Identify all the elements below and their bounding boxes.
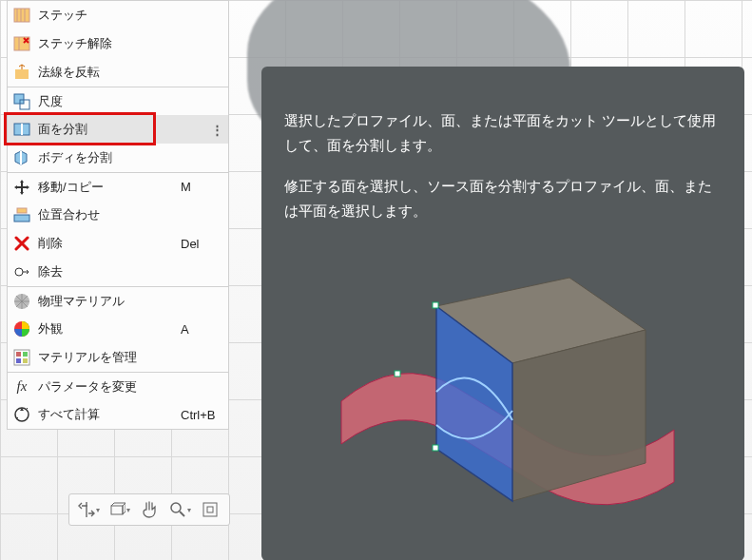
stitch-icon	[13, 7, 30, 24]
menu-item-8[interactable]: 削除Del	[8, 229, 228, 258]
menu-item-6[interactable]: 移動/コピーM	[8, 172, 228, 201]
fx-icon: fx	[13, 378, 30, 396]
menu-item-shortcut: A	[181, 322, 222, 337]
svg-rect-6	[15, 69, 29, 79]
scale-icon	[13, 93, 30, 110]
svg-line-26	[180, 512, 184, 516]
modify-menu: ステッチステッチ解除法線を反転尺度面を分割⋮ボディを分割移動/コピーM位置合わせ…	[7, 0, 229, 430]
menu-item-13[interactable]: fxパラメータを変更	[8, 372, 228, 400]
tooltip-text-1: 選択したプロファイル、面、または平面をカット ツールとして使用して、面を分割しま…	[284, 108, 722, 157]
split-body-icon	[13, 149, 30, 166]
menu-item-9[interactable]: 除去	[8, 258, 228, 286]
split-face-icon	[13, 121, 30, 138]
tooltip-text-2: 修正する面を選択し、ソース面を分割するプロファイル、面、または平面を選択します。	[284, 174, 722, 222]
delete-icon	[13, 235, 30, 252]
menu-item-label: 尺度	[38, 93, 173, 110]
appearance-icon	[13, 320, 30, 338]
tooltip-illustration	[322, 240, 684, 515]
menu-item-label: ステッチ	[38, 7, 173, 24]
svg-rect-28	[207, 507, 213, 512]
svg-rect-0	[14, 9, 29, 22]
menu-item-11[interactable]: 外観A	[8, 315, 228, 343]
menu-item-label: 法線を反転	[38, 64, 173, 81]
menu-item-label: ステッチ解除	[38, 35, 173, 52]
pan-button[interactable]	[136, 497, 163, 522]
look-at-button[interactable]	[106, 497, 132, 522]
menu-item-7[interactable]: 位置合わせ	[8, 201, 228, 229]
compute-all-icon	[13, 406, 30, 423]
svg-rect-20	[23, 352, 28, 357]
tooltip-panel: 選択したプロファイル、面、または平面をカット ツールとして使用して、面を分割しま…	[261, 67, 744, 560]
menu-item-3[interactable]: 尺度	[8, 87, 228, 115]
svg-rect-27	[203, 503, 217, 516]
more-dots-icon[interactable]: ⋮	[211, 123, 222, 137]
remove-icon	[13, 263, 30, 280]
unstitch-icon	[13, 35, 30, 52]
menu-item-10[interactable]: 物理マテリアル	[8, 286, 228, 315]
flip-normal-icon	[13, 64, 30, 81]
svg-rect-19	[16, 352, 21, 357]
svg-rect-7	[14, 94, 24, 104]
menu-item-12[interactable]: マテリアルを管理	[8, 343, 228, 372]
svg-rect-21	[16, 358, 21, 363]
navigation-toolbar	[68, 493, 230, 526]
menu-item-label: 外観	[38, 320, 173, 338]
menu-item-label: 位置合わせ	[38, 206, 173, 223]
menu-item-4[interactable]: 面を分割⋮	[8, 115, 228, 144]
align-icon	[13, 206, 30, 223]
svg-rect-13	[17, 208, 27, 213]
menu-item-label: 削除	[38, 235, 173, 252]
menu-item-5[interactable]: ボディを分割	[8, 144, 228, 172]
svg-rect-22	[23, 358, 28, 363]
menu-item-label: パラメータを変更	[38, 378, 173, 396]
menu-item-shortcut: Del	[181, 237, 222, 251]
phys-material-icon	[13, 293, 30, 310]
menu-item-14[interactable]: すべて計算Ctrl+B	[8, 400, 228, 429]
svg-point-25	[171, 503, 181, 512]
manage-material-icon	[13, 349, 30, 366]
svg-rect-12	[14, 215, 29, 222]
menu-item-0[interactable]: ステッチ	[8, 1, 228, 29]
svg-point-14	[15, 268, 23, 276]
menu-item-2[interactable]: 法線を反転	[8, 58, 228, 87]
fit-button[interactable]	[197, 497, 223, 522]
menu-item-label: 除去	[38, 263, 173, 280]
menu-item-label: 面を分割	[38, 121, 154, 138]
menu-item-1[interactable]: ステッチ解除	[8, 29, 228, 58]
menu-item-shortcut: Ctrl+B	[181, 408, 222, 422]
menu-item-label: 物理マテリアル	[38, 293, 173, 310]
menu-item-label: 移動/コピー	[38, 179, 173, 196]
svg-rect-30	[433, 445, 438, 451]
move-icon	[13, 179, 30, 196]
menu-item-label: マテリアルを管理	[38, 349, 173, 366]
zoom-button[interactable]	[166, 497, 193, 522]
svg-rect-29	[433, 302, 438, 308]
menu-item-label: すべて計算	[38, 406, 173, 423]
menu-item-shortcut: M	[181, 180, 222, 194]
svg-rect-24	[111, 506, 123, 514]
orbit-button[interactable]	[75, 497, 102, 522]
menu-item-label: ボディを分割	[38, 149, 173, 166]
svg-rect-31	[395, 371, 400, 377]
